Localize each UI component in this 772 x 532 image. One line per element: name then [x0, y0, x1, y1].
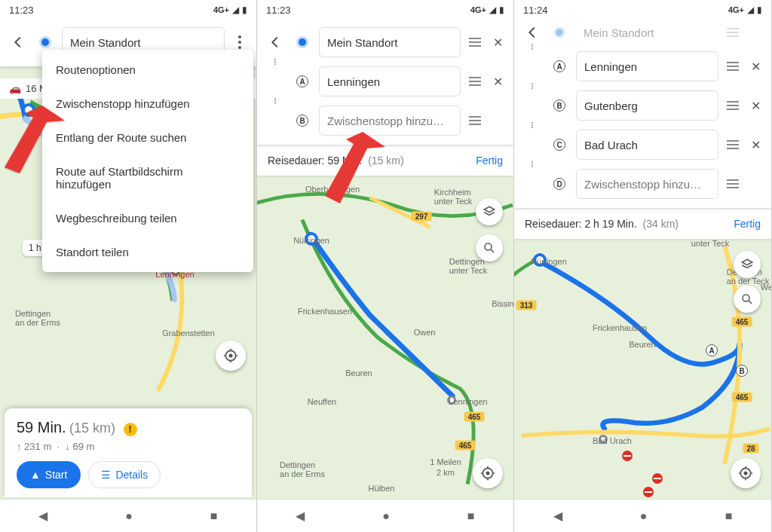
route-start-marker: [305, 232, 318, 246]
stop-field-origin[interactable]: Mein Standort: [576, 23, 718, 42]
remove-stop-button[interactable]: ✕: [747, 97, 764, 114]
map-roads: [514, 239, 771, 499]
nav-recent[interactable]: ■: [467, 509, 475, 523]
svg-point-0: [238, 35, 241, 38]
road-465a: 465: [732, 317, 752, 327]
layers-fab[interactable]: [734, 251, 761, 278]
drag-handle-icon[interactable]: [467, 34, 483, 50]
status-time: 11:23: [9, 5, 34, 16]
drag-handle-icon[interactable]: [725, 176, 741, 192]
road-closure-icon: [652, 473, 663, 484]
menu-add-stop[interactable]: Zwischenstopp hinzufügen: [42, 87, 253, 121]
stop-field-a[interactable]: Lenningen: [576, 51, 718, 81]
menu-search-along[interactable]: Entlang der Route suchen: [42, 121, 253, 154]
route-summary-sheet[interactable]: 59 Min. (15 km) ! ↑ 231 m · ↓ 69 m ▲ Sta…: [5, 408, 252, 497]
drag-handle-icon[interactable]: [467, 73, 483, 90]
stop-field-add[interactable]: Zwischenstopp hinzu…: [319, 105, 461, 136]
nav-home[interactable]: ●: [382, 509, 390, 523]
map-roads: [257, 176, 513, 499]
stop-field-c[interactable]: Bad Urach: [576, 130, 718, 160]
warning-icon: !: [124, 423, 137, 436]
duration-km: (34 km): [643, 218, 679, 230]
stop-marker-b: B: [553, 99, 565, 112]
map-marker-c: [599, 435, 608, 444]
start-button[interactable]: ▲ Start: [17, 461, 81, 488]
menu-route-options[interactable]: Routenoptionen: [42, 53, 253, 87]
road-297: 297: [412, 212, 432, 222]
stop-field-origin[interactable]: Mein Standort: [319, 27, 461, 57]
drag-handle-icon[interactable]: [725, 97, 741, 114]
details-label: Details: [115, 469, 148, 481]
road-closure-icon: [643, 487, 654, 497]
stop-label: Mein Standort: [584, 26, 654, 39]
drag-handle-icon[interactable]: [725, 24, 741, 41]
nav-arrow-icon: ▲: [30, 469, 41, 481]
back-button[interactable]: [8, 32, 29, 53]
my-location-fab[interactable]: [731, 458, 761, 488]
start-label: Start: [45, 469, 68, 481]
done-button[interactable]: Fertig: [476, 154, 503, 167]
stop-label: Lenningen: [327, 75, 380, 88]
elevation-down: ↓ 69 m: [65, 441, 94, 452]
road-28: 28: [743, 444, 758, 454]
remove-stop-button[interactable]: ✕: [747, 58, 764, 75]
status-time: 11:23: [266, 5, 291, 16]
status-time: 11:24: [523, 5, 548, 16]
nav-home[interactable]: ●: [125, 509, 133, 523]
remove-stop-button[interactable]: ✕: [489, 34, 506, 50]
back-button[interactable]: [265, 32, 286, 53]
menu-share-directions[interactable]: Wegbeschreibung teilen: [42, 201, 253, 235]
stops-panel: Mein Standort A Lenningen ✕ B Gutenberg …: [514, 20, 771, 208]
stop-field-a[interactable]: Lenningen: [319, 66, 461, 96]
search-fab[interactable]: [734, 286, 761, 313]
stop-label: Bad Urach: [584, 139, 638, 151]
svg-point-8: [485, 243, 492, 250]
map-marker-a: A: [706, 344, 718, 356]
android-navbar: ◀ ● ■: [257, 499, 513, 532]
remove-stop-button[interactable]: ✕: [747, 136, 764, 153]
map-area[interactable]: A B unter Teck Nürtingen Dettingen an de…: [514, 239, 771, 499]
battery-icon: ▮: [242, 5, 247, 15]
layers-fab[interactable]: [476, 198, 503, 225]
menu-add-home[interactable]: Route auf Startbildschirm hinzufügen: [42, 154, 253, 201]
stop-field-add[interactable]: Zwischenstopp hinzu…: [576, 169, 718, 199]
android-navbar: ◀ ● ■: [514, 499, 771, 532]
svg-point-1: [238, 41, 241, 44]
svg-point-2: [238, 46, 241, 49]
my-location-fab[interactable]: [473, 458, 503, 488]
search-fab[interactable]: [476, 234, 503, 261]
duration-km: (15 km): [368, 154, 403, 167]
my-location-fab[interactable]: [216, 341, 246, 371]
map-marker-b: B: [736, 365, 748, 377]
drag-handle-icon[interactable]: [467, 112, 483, 129]
route-end-marker: [447, 396, 456, 405]
elevation-up: ↑ 231 m: [17, 441, 51, 452]
menu-share-location[interactable]: Standort teilen: [42, 235, 253, 269]
network-type: 4G+: [470, 5, 486, 14]
nav-recent[interactable]: ■: [725, 509, 733, 523]
origin-text: Mein Standort: [70, 36, 140, 49]
list-icon: ☰: [101, 469, 111, 481]
stop-field-b[interactable]: Gutenberg: [576, 90, 718, 121]
nav-back[interactable]: ◀: [553, 509, 562, 523]
drag-handle-icon[interactable]: [725, 136, 741, 153]
nav-recent[interactable]: ■: [210, 509, 218, 523]
nav-home[interactable]: ●: [640, 509, 648, 523]
details-button[interactable]: ☰ Details: [88, 461, 161, 488]
stop-marker-a: A: [296, 75, 308, 87]
duration-bar: Reisedauer: 2 h 19 Min. (34 km) Fertig: [514, 208, 771, 239]
duration-label: Reisedauer: 59 Min.: [268, 154, 362, 167]
stop-marker-d: D: [553, 178, 565, 190]
summary-time: 59 Min.: [17, 419, 66, 436]
stop-marker-c: C: [553, 139, 565, 151]
remove-stop-button[interactable]: ✕: [489, 73, 506, 90]
status-bar: 11:24 4G+ ◢ ▮: [514, 0, 771, 20]
back-button[interactable]: [522, 22, 543, 43]
nav-back[interactable]: ◀: [296, 509, 305, 523]
drag-handle-icon[interactable]: [725, 58, 741, 75]
nav-back[interactable]: ◀: [38, 509, 47, 523]
origin-dot-icon: [299, 38, 306, 46]
done-button[interactable]: Fertig: [734, 218, 761, 230]
car-icon: 🚗: [9, 83, 21, 94]
map-area[interactable]: Oberboihingen Kirchheim unter Teck Nürti…: [257, 176, 513, 499]
